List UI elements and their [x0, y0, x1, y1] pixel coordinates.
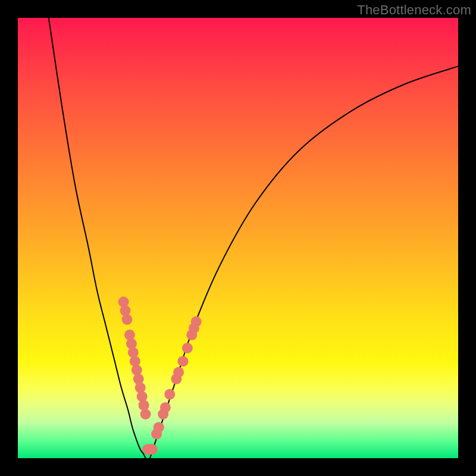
- right-curve: [150, 66, 458, 458]
- data-point: [126, 339, 137, 349]
- chart-frame: TheBottleneck.com: [0, 0, 476, 476]
- plot-area: [18, 18, 458, 458]
- data-point: [130, 356, 140, 367]
- data-point: [122, 314, 133, 325]
- watermark-text: TheBottleneck.com: [357, 2, 471, 18]
- data-point: [173, 367, 184, 378]
- data-point: [137, 391, 148, 402]
- data-point: [133, 374, 144, 384]
- data-point: [128, 347, 139, 358]
- data-point: [118, 296, 129, 307]
- data-point: [178, 356, 189, 367]
- data-point: [140, 409, 151, 419]
- data-point: [131, 365, 142, 375]
- data-point: [120, 305, 131, 316]
- data-point: [139, 400, 149, 411]
- data-points-group: [118, 296, 202, 455]
- data-point: [160, 402, 171, 413]
- left-curve: [49, 18, 146, 458]
- data-point: [135, 383, 146, 393]
- data-point: [182, 343, 193, 353]
- data-point: [124, 330, 135, 340]
- data-point: [154, 422, 164, 433]
- data-point: [191, 317, 202, 327]
- chart-svg: [18, 18, 458, 458]
- data-point: [147, 444, 158, 455]
- data-point: [164, 389, 175, 400]
